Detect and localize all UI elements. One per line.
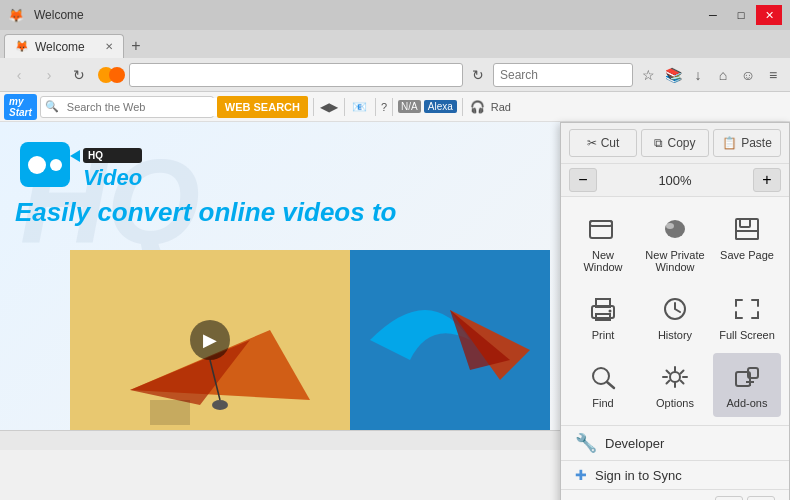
save-page-item[interactable]: Save Page	[713, 205, 781, 281]
menu-panel: ✂ Cut ⧉ Copy 📋 Paste − 100% +	[560, 122, 790, 500]
options-item[interactable]: Options	[641, 353, 709, 417]
options-label: Options	[656, 397, 694, 409]
svg-point-23	[670, 372, 680, 382]
zoom-row: − 100% +	[561, 164, 789, 197]
play-icon: ▶	[203, 329, 217, 351]
separator-3	[375, 98, 376, 116]
sign-in-icon: ✚	[575, 467, 587, 483]
hq-badge: HQ	[83, 148, 142, 163]
web-search-button[interactable]: WEB SEARCH	[217, 96, 308, 118]
svg-rect-10	[590, 221, 612, 226]
paste-button[interactable]: 📋 Paste	[713, 129, 781, 157]
full-screen-item[interactable]: Full Screen	[713, 285, 781, 349]
window-title: Welcome	[28, 8, 84, 22]
menu-icon[interactable]: ≡	[762, 64, 784, 86]
addons-icon	[731, 361, 763, 393]
copy-button[interactable]: ⧉ Copy	[641, 129, 709, 157]
download-icon[interactable]: ↓	[687, 64, 709, 86]
copy-label: Copy	[667, 136, 695, 150]
alexa-badge: Alexa	[424, 100, 457, 113]
separator-4	[392, 98, 393, 116]
forward-button[interactable]: ›	[36, 62, 62, 88]
clipboard-row: ✂ Cut ⧉ Copy 📋 Paste	[561, 123, 789, 164]
tab-bar: 🦊 Welcome ✕ +	[0, 30, 790, 58]
new-private-window-item[interactable]: New Private Window	[641, 205, 709, 281]
smile-icon[interactable]: ☺	[737, 64, 759, 86]
title-bar: 🦊 Welcome ─ □ ✕	[0, 0, 790, 30]
navigation-bar: ‹ › ↻ ↻ ☆ 📚 ↓ ⌂ ☺ ≡	[0, 58, 790, 92]
active-tab[interactable]: 🦊 Welcome ✕	[4, 34, 124, 58]
refresh-icon[interactable]: ↻	[467, 64, 489, 86]
svg-point-12	[666, 223, 674, 229]
paste-label: Paste	[741, 136, 772, 150]
help-button[interactable]: ?	[715, 496, 743, 500]
zoom-out-button[interactable]: −	[569, 168, 597, 192]
addons-label: Add-ons	[727, 397, 768, 409]
hq-branding: HQ Video	[83, 148, 142, 191]
hq-logo-area: HQ Video	[20, 142, 142, 197]
glider-right-svg	[350, 250, 550, 430]
headphone-icon[interactable]: 🎧	[468, 97, 488, 117]
video-left: ▶	[70, 250, 350, 430]
save-page-label: Save Page	[720, 249, 774, 261]
back-button[interactable]: ‹	[6, 62, 32, 88]
addons-item[interactable]: Add-ons	[713, 353, 781, 417]
svg-rect-5	[150, 400, 190, 425]
svg-point-4	[212, 400, 228, 410]
toolbar-icon-2[interactable]: 📧	[350, 97, 370, 117]
new-private-window-icon	[659, 213, 691, 245]
find-item[interactable]: Find	[569, 353, 637, 417]
mystart-logo: myStart	[4, 94, 37, 120]
find-icon	[587, 361, 619, 393]
svg-rect-9	[590, 221, 612, 238]
customize-row[interactable]: ✚ Customize ? ⏻	[561, 490, 789, 500]
minimize-button[interactable]: ─	[700, 5, 726, 25]
full-screen-label: Full Screen	[719, 329, 775, 341]
print-item[interactable]: Print	[569, 285, 637, 349]
new-window-icon	[587, 213, 619, 245]
sign-in-label: Sign in to Sync	[595, 468, 682, 483]
history-icon	[659, 293, 691, 325]
svg-rect-15	[736, 231, 758, 239]
tab-close-button[interactable]: ✕	[105, 41, 113, 52]
svg-rect-14	[740, 219, 750, 227]
page-tagline: Easily convert online videos to	[15, 197, 396, 228]
sign-in-row[interactable]: ✚ Sign in to Sync	[561, 461, 789, 490]
search-input[interactable]	[493, 63, 633, 87]
main-area: HQ HQ Video Easily convert online videos…	[0, 122, 790, 430]
developer-row[interactable]: 🔧 Developer	[561, 426, 789, 461]
address-bar[interactable]	[129, 63, 463, 87]
video-area: ▶	[70, 250, 550, 430]
full-screen-icon	[731, 293, 763, 325]
new-tab-button[interactable]: +	[124, 34, 148, 58]
bookmarks-icon[interactable]: 📚	[662, 64, 684, 86]
developer-icon: 🔧	[575, 432, 597, 454]
rad-label: Rad	[491, 101, 511, 113]
toolbar-icon-1[interactable]: ◀▶	[319, 97, 339, 117]
copy-icon: ⧉	[654, 136, 663, 150]
svg-point-19	[609, 310, 612, 313]
bookmark-icon[interactable]: ☆	[637, 64, 659, 86]
new-window-item[interactable]: New Window	[569, 205, 637, 281]
hq-camera-icon	[20, 142, 75, 197]
home-icon[interactable]: ⌂	[712, 64, 734, 86]
menu-icon-grid: New Window New Private Window Save Page	[561, 197, 789, 426]
power-button[interactable]: ⏻	[747, 496, 775, 500]
cut-button[interactable]: ✂ Cut	[569, 129, 637, 157]
menu-bottom-buttons: ? ⏻	[715, 496, 775, 500]
print-label: Print	[592, 329, 615, 341]
nav-right-icons: ☆ 📚 ↓ ⌂ ☺ ≡	[637, 64, 784, 86]
cut-icon: ✂	[587, 136, 597, 150]
separator-2	[344, 98, 345, 116]
close-button[interactable]: ✕	[756, 5, 782, 25]
reload-button[interactable]: ↻	[66, 62, 92, 88]
find-label: Find	[592, 397, 613, 409]
zoom-in-button[interactable]: +	[753, 168, 781, 192]
separator-1	[313, 98, 314, 116]
toolbar-search-input[interactable]	[63, 98, 223, 116]
history-item[interactable]: History	[641, 285, 709, 349]
maximize-button[interactable]: □	[728, 5, 754, 25]
play-button-left[interactable]: ▶	[190, 320, 230, 360]
paste-icon: 📋	[722, 136, 737, 150]
nav-icon-group: ↻	[467, 64, 489, 86]
